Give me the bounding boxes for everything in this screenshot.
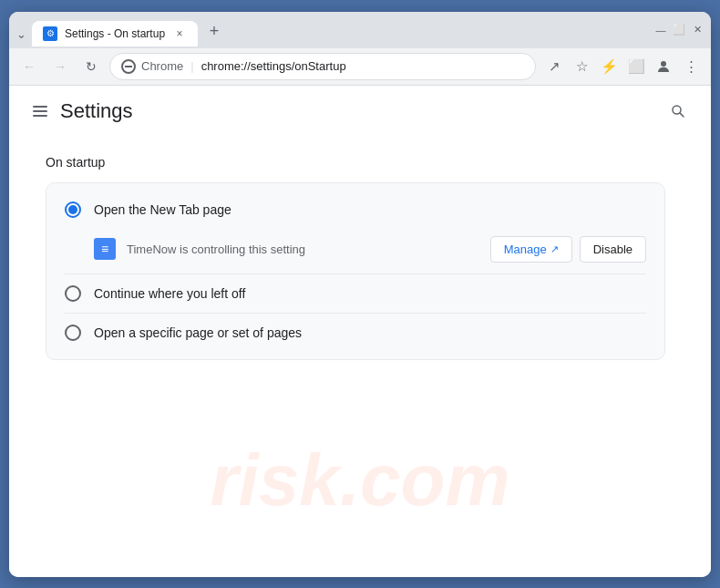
extension-action-buttons: Manage ↗ Disable: [490, 236, 646, 263]
url-brand: Chrome: [141, 59, 183, 73]
settings-content: Settings On startup: [9, 86, 711, 577]
startup-options-card: Open the New Tab page TimeNow is control…: [46, 182, 665, 360]
option-new-tab-row[interactable]: Open the New Tab page: [46, 191, 664, 229]
extension-favicon-icon: [94, 238, 116, 260]
settings-page-title: Settings: [60, 99, 663, 123]
url-bar[interactable]: Chrome | chrome://settings/onStartup: [109, 53, 536, 80]
maximize-button[interactable]: ⬜: [673, 24, 685, 36]
browser-window: ⌄ Settings - On startup × + — ⬜ ✕ ← → ↻: [9, 12, 711, 577]
active-tab[interactable]: Settings - On startup ×: [32, 21, 198, 46]
url-path: chrome://settings/onStartup: [201, 59, 346, 73]
tab-strip: ⌄ Settings - On startup × +: [16, 19, 654, 46]
close-window-button[interactable]: ✕: [691, 24, 704, 36]
split-view-button[interactable]: ⬜: [623, 54, 649, 79]
url-separator: |: [190, 59, 193, 73]
extension-control-row: TimeNow is controlling this setting Mana…: [46, 229, 664, 273]
settings-search-button[interactable]: [663, 97, 693, 126]
svg-point-0: [661, 61, 666, 67]
site-icon: [121, 59, 136, 74]
manage-button[interactable]: Manage ↗: [490, 236, 572, 263]
settings-header: Settings: [9, 86, 711, 137]
option-continue-row[interactable]: Continue where you left off: [46, 274, 664, 313]
section-title: On startup: [46, 155, 674, 170]
toolbar-actions: ↗ ☆ ⚡ ⬜ ⋮: [541, 54, 704, 79]
svg-line-2: [680, 112, 684, 116]
minimize-button[interactable]: —: [654, 24, 667, 36]
settings-body: On startup Open the New Tab page TimeNow…: [9, 137, 711, 577]
radio-specific[interactable]: [65, 325, 81, 341]
share-button[interactable]: ↗: [541, 54, 567, 79]
extension-control-label: TimeNow is controlling this setting: [127, 242, 479, 256]
back-button[interactable]: ←: [16, 54, 42, 79]
option-new-tab-label: Open the New Tab page: [94, 202, 231, 217]
content-wrapper: Settings On startup: [9, 86, 711, 577]
new-tab-button[interactable]: +: [201, 19, 227, 45]
chrome-menu-button[interactable]: ⋮: [678, 54, 704, 79]
tab-close-button[interactable]: ×: [172, 26, 187, 41]
tab-title: Settings - On startup: [65, 27, 165, 40]
hamburger-menu-button[interactable]: [27, 98, 53, 124]
refresh-button[interactable]: ↻: [78, 54, 104, 79]
bookmark-button[interactable]: ☆: [569, 54, 594, 79]
option-continue-label: Continue where you left off: [94, 286, 245, 301]
option-specific-row[interactable]: Open a specific page or set of pages: [46, 314, 664, 352]
disable-button[interactable]: Disable: [580, 236, 646, 263]
title-bar: ⌄ Settings - On startup × + — ⬜ ✕: [9, 12, 711, 48]
profile-button[interactable]: [651, 54, 676, 79]
tab-favicon-icon: [43, 26, 57, 41]
window-controls: — ⬜ ✕: [654, 24, 704, 36]
external-link-icon: ↗: [550, 243, 559, 255]
tab-list-chevron-icon[interactable]: ⌄: [16, 27, 26, 41]
radio-new-tab[interactable]: [65, 201, 81, 218]
option-specific-label: Open a specific page or set of pages: [94, 325, 302, 340]
address-bar: ← → ↻ Chrome | chrome://settings/onStart…: [9, 48, 711, 86]
extensions-button[interactable]: ⚡: [596, 54, 622, 79]
radio-continue[interactable]: [65, 285, 81, 302]
forward-button[interactable]: →: [47, 54, 73, 79]
